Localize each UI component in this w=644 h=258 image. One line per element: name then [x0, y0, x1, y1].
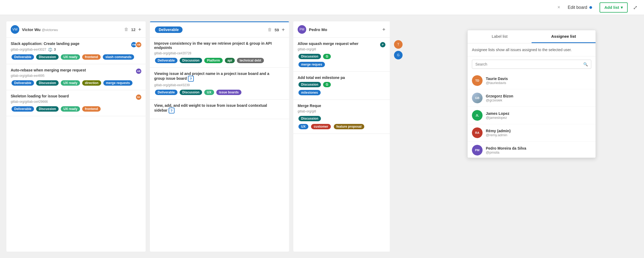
label-ux-ready[interactable]: UX ready [61, 106, 80, 112]
label-deliverable[interactable]: Deliverable [155, 90, 177, 95]
user-handle: @pmsila [486, 150, 526, 154]
add-list-button[interactable]: Add list ▾ [600, 2, 628, 13]
user-avatar: GB [472, 93, 483, 103]
user-name: Grzegorz Bizon [486, 94, 513, 98]
label-discussion[interactable]: Discussion [298, 116, 321, 121]
right-avatar-1: T [394, 40, 403, 49]
balance-icon: ⚖️ [48, 47, 52, 52]
question-icon: ? [169, 108, 175, 113]
user-item-remy[interactable]: RA Rémy (admin) @remy.admin [468, 124, 596, 142]
label-discussion[interactable]: Discussion [298, 82, 321, 87]
card-title: Auto-rebase when merging merge request [11, 68, 141, 72]
user-name: Pedro Moreira da Silva [486, 146, 526, 150]
avatar-circle: JL [472, 110, 483, 121]
card-labels: Discussion G [298, 53, 385, 60]
label-technical-debt[interactable]: technical debt [237, 58, 264, 63]
label-feature-proposal[interactable]: feature proposal [334, 124, 364, 129]
card-view-add-edit-weight: View, add, and edit weight to issue from… [150, 100, 289, 119]
label-deliverable[interactable]: Deliverable [155, 58, 177, 63]
column-2-header: Deliverable 🗑 59 + [150, 21, 289, 37]
label-discussion[interactable]: Discussion [298, 54, 321, 59]
label-direction[interactable]: direction [82, 80, 101, 86]
user-handle: @grzesiek [486, 98, 513, 102]
board-area: VW Victor Wu @victorwu 🗑 12 + Slack appl… [0, 15, 644, 258]
label-extra[interactable]: G [323, 82, 331, 87]
user-handle: @jameslopez [486, 116, 509, 120]
column-victor-wu: VW Victor Wu @victorwu 🗑 12 + Slack appl… [6, 21, 146, 252]
card-avatars: AB [135, 68, 142, 74]
label-deliverable[interactable]: Deliverable [12, 80, 34, 86]
label-merge-reques[interactable]: merge reques [298, 62, 325, 67]
add-card-3-icon[interactable]: + [382, 26, 385, 33]
user-list: TD Taurie Davis @tauriedavis GB Grzegorz… [468, 72, 596, 158]
add-card-1-icon[interactable]: + [138, 26, 141, 33]
label-customer[interactable]: customer [311, 124, 331, 129]
user-name: James Lopez [486, 111, 509, 116]
search-input[interactable] [475, 62, 581, 66]
column-pedro-mo: PM Pedro Mo + Allow squash merge request… [293, 21, 390, 252]
card-title: View, add, and edit weight to issue from… [154, 103, 285, 113]
card-ref: gitlab-org/gitlab-ee#895 [11, 74, 141, 78]
deliverable-label-tag: Deliverable [155, 26, 183, 33]
avatar-circle: TD [472, 75, 483, 86]
column-1-count: 12 [131, 27, 136, 32]
label-discussion[interactable]: Discussion [36, 54, 59, 60]
search-icon: 🔍 [583, 62, 588, 66]
column-1-title: Victor Wu @victorwu [22, 27, 122, 32]
avatar-victor-wu: VW [11, 25, 19, 34]
card-title: Skeleton loading for issue board [11, 94, 141, 98]
delete-column-1-icon[interactable]: 🗑 [124, 27, 128, 32]
add-card-2-icon[interactable]: + [282, 27, 285, 33]
label-frontend[interactable]: frontend [82, 54, 101, 60]
column-3-header: PM Pedro Mo + [293, 21, 390, 38]
card-labels: Deliverable Discussion UX ready directio… [11, 80, 141, 86]
right-avatar-2: G [394, 51, 403, 59]
label-deliverable[interactable]: Deliverable [12, 54, 34, 60]
card-ref: gitlab-org/gitl [298, 109, 385, 113]
label-slash-commands[interactable]: slash commands [103, 54, 134, 60]
card-avatars: P [380, 41, 386, 48]
avatar-circle: RA [472, 127, 483, 138]
user-item-james[interactable]: JL James Lopez @jameslopez [468, 107, 596, 124]
label-api[interactable]: api [225, 58, 235, 63]
close-icon[interactable]: × [558, 5, 560, 10]
add-list-chevron: ▾ [621, 5, 623, 10]
card-ref: gitlab-org/gitlab-ee#3239 [154, 83, 285, 87]
card-title: Merge Reque [298, 104, 385, 108]
card-title: Allow squash merge request wher [298, 41, 385, 46]
question-icon: ? [188, 76, 194, 82]
label-ux[interactable]: UX [298, 124, 308, 129]
label-ux-ready[interactable]: UX ready [61, 54, 80, 60]
card-title: Slack application: Create landing page [11, 41, 141, 46]
dropdown-info-text: Assignee lists show all issues assigned … [468, 43, 596, 56]
label-deliverable[interactable]: Deliverable [12, 106, 34, 112]
card-auto-rebase: Auto-rebase when merging merge request g… [6, 64, 146, 90]
card-ref: gitlab-org/gitlab-ce#29666 [11, 100, 141, 104]
user-avatar: PM [472, 145, 483, 155]
delete-column-2-icon[interactable]: 🗑 [268, 27, 272, 32]
label-platform[interactable]: Platform [204, 58, 223, 63]
user-item-taurie[interactable]: TD Taurie Davis @tauriedavis [468, 72, 596, 89]
label-discussion[interactable]: Discussion [180, 58, 202, 63]
tab-label-list[interactable]: Label list [468, 30, 532, 43]
label-issue-boards[interactable]: issue boards [216, 90, 241, 95]
card-title: Add total wei milestone pa [298, 75, 385, 80]
search-box[interactable]: 🔍 [472, 60, 591, 69]
label-merge-requests[interactable]: merge requests [103, 80, 132, 86]
column-1-header: VW Victor Wu @victorwu 🗑 12 + [6, 21, 146, 38]
user-item-pedro[interactable]: PM Pedro Moreira da Silva @pmsila [468, 142, 596, 158]
top-bar: × Edit board Add list ▾ ⤢ [0, 0, 644, 15]
label-extra[interactable]: G [323, 54, 331, 59]
tab-assignee-list[interactable]: Assignee list [532, 30, 596, 43]
card-skeleton-loading: Skeleton loading for issue board gitlab-… [6, 90, 146, 116]
label-discussion[interactable]: Discussion [36, 106, 59, 112]
label-discussion[interactable]: Discussion [36, 80, 59, 86]
label-discussion[interactable]: Discussion [180, 90, 202, 95]
fullscreen-icon[interactable]: ⤢ [633, 4, 638, 11]
label-frontend[interactable]: frontend [82, 106, 101, 112]
user-item-grzegorz[interactable]: GB Grzegorz Bizon @grzesiek [468, 89, 596, 107]
label-ux[interactable]: UX [204, 90, 214, 95]
label-milestones[interactable]: milestones [298, 90, 321, 95]
label-ux-ready[interactable]: UX ready [61, 80, 80, 86]
edit-board-button[interactable]: Edit board [563, 3, 596, 12]
